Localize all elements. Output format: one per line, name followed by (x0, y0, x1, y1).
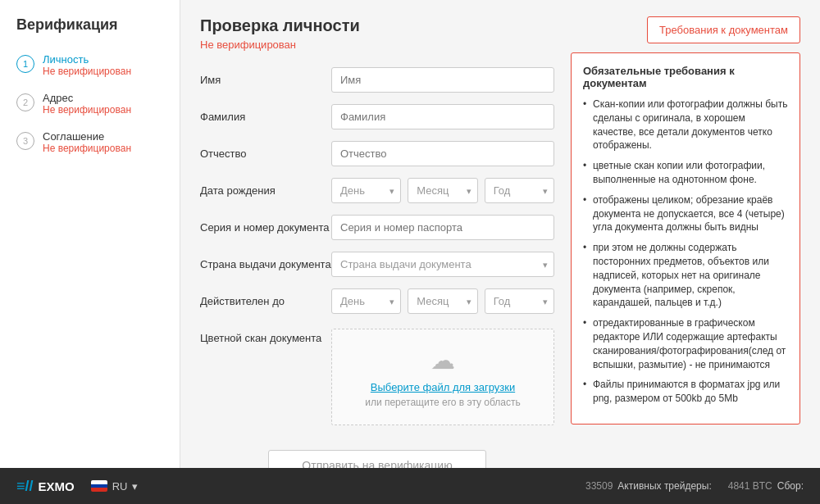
russia-flag-icon (91, 480, 107, 492)
sidebar-item-identity-status: Не верифицирован (43, 66, 131, 77)
req-item-1: цветные скан копии или фотографии, выпол… (583, 159, 788, 187)
valid-label: Действителен до (200, 288, 331, 307)
sidebar-item-agreement-status: Не верифицирован (43, 143, 131, 154)
sidebar-item-identity[interactable]: 1 Личность Не верифицирован (16, 53, 163, 77)
birthdate-row: Дата рождения День Месяц (200, 178, 554, 203)
lang-chevron-icon: ▾ (132, 480, 138, 493)
day-wrap: День (331, 178, 401, 203)
valid-row: Действителен до День Месяц (200, 288, 554, 314)
req-item-5: Файлы принимаются в форматах jpg или png… (583, 378, 788, 406)
exmo-logo-icon: ≡// (16, 478, 34, 495)
sidebar-item-address[interactable]: 2 Адрес Не верифицирован (16, 92, 163, 116)
page-status: Не верифицирован (200, 39, 554, 51)
country-control: Страна выдачи документа (331, 252, 554, 277)
requirements-toggle-button[interactable]: Требования к документам (647, 16, 800, 43)
sidebar-item-agreement[interactable]: 3 Соглашение Не верифицирован (16, 130, 163, 154)
req-item-0: Скан-копии или фотографии должны быть сд… (583, 98, 788, 152)
traders-value: 33509 (585, 480, 613, 492)
sidebar-item-identity-name: Личность (43, 53, 131, 66)
submit-row: Отправить на верификацию (200, 437, 554, 468)
sidebar-title: Верификация (16, 16, 163, 34)
step-1: 1 (16, 55, 34, 73)
patronymic-input[interactable] (331, 141, 554, 166)
upload-link[interactable]: Выберите файл для загрузки (348, 381, 537, 393)
requirements-box: Требования к документам Обязательные тре… (571, 16, 800, 468)
step-3: 3 (16, 132, 34, 150)
step-2: 2 (16, 93, 34, 111)
footer-logo: ≡// EXMO (16, 478, 75, 495)
birthdate-label: Дата рождения (200, 178, 331, 197)
patronymic-label: Отчество (200, 141, 331, 160)
requirements-panel: Обязательные требования к документам Ска… (571, 52, 800, 425)
docnumber-control (331, 215, 554, 240)
patronymic-control (331, 141, 554, 166)
footer-stat-traders: 33509 Активных трейдеры: (585, 480, 712, 492)
country-select[interactable]: Страна выдачи документа (331, 252, 554, 277)
year-select[interactable]: Год (485, 178, 554, 203)
upload-text: или перетащите его в эту область (348, 397, 537, 408)
month-wrap: Месяц (408, 178, 477, 203)
exmo-logo-text: EXMO (39, 479, 75, 493)
scan-control: ☁ Выберите файл для загрузки или перетащ… (331, 325, 554, 425)
upload-area[interactable]: ☁ Выберите файл для загрузки или перетащ… (331, 329, 554, 425)
upload-icon: ☁ (348, 346, 537, 375)
valid-day-select[interactable]: День (331, 288, 401, 314)
req-item-2: отображены целиком; обрезание краёв доку… (583, 193, 788, 234)
surname-label: Фамилия (200, 104, 331, 123)
scan-row: Цветной скан документа ☁ Выберите файл д… (200, 325, 554, 425)
surname-input[interactable] (331, 104, 554, 129)
btc-value: 4841 BTC (728, 480, 772, 492)
sidebar-item-address-status: Не верифицирован (43, 104, 131, 116)
requirements-title: Обязательные требования к документам (583, 65, 788, 89)
valid-month-select[interactable]: Месяц (408, 288, 477, 314)
valid-day-wrap: День (331, 288, 401, 314)
surname-row: Фамилия (200, 104, 554, 129)
patronymic-row: Отчество (200, 141, 554, 166)
footer-stats: 33509 Активных трейдеры: 4841 BTC Сбор: (585, 480, 804, 492)
sidebar-item-address-name: Адрес (43, 92, 131, 104)
content-area: Проверка личности Не верифицирован Имя Ф… (180, 0, 820, 468)
name-label: Имя (200, 67, 331, 86)
surname-control (331, 104, 554, 129)
scan-label: Цветной скан документа (200, 325, 331, 344)
country-label: Страна выдачи документа (200, 252, 331, 270)
footer-stat-btc: 4841 BTC Сбор: (728, 480, 804, 492)
requirements-list: Скан-копии или фотографии должны быть сд… (583, 98, 788, 406)
form-section: Проверка личности Не верифицирован Имя Ф… (200, 16, 554, 468)
valid-control: День Месяц Год (331, 288, 554, 314)
traders-label: Активных трейдеры: (617, 480, 711, 492)
req-item-4: отредактированные в графическом редактор… (583, 316, 788, 371)
valid-month-wrap: Месяц (408, 288, 477, 314)
valid-year-wrap: Год (485, 288, 554, 314)
docnumber-row: Серия и номер документа (200, 215, 554, 240)
page-title: Проверка личности (200, 16, 554, 35)
submit-button[interactable]: Отправить на верификацию (268, 450, 485, 468)
day-select[interactable]: День (331, 178, 401, 203)
year-wrap: Год (485, 178, 554, 203)
country-row: Страна выдачи документа Страна выдачи до… (200, 252, 554, 277)
docnumber-label: Серия и номер документа (200, 215, 331, 234)
name-control (331, 67, 554, 93)
req-item-3: при этом не должны содержать посторонних… (583, 241, 788, 310)
btc-label: Сбор: (777, 480, 804, 492)
language-label: RU (112, 480, 128, 493)
language-selector[interactable]: RU ▾ (91, 480, 139, 493)
valid-year-select[interactable]: Год (485, 288, 554, 314)
sidebar-item-agreement-name: Соглашение (43, 130, 131, 143)
sidebar: Верификация 1 Личность Не верифицирован … (0, 0, 180, 468)
name-row: Имя (200, 67, 554, 93)
birthdate-control: День Месяц Год (331, 178, 554, 203)
docnumber-input[interactable] (331, 215, 554, 240)
upload-link-text[interactable]: Выберите файл для загрузки (371, 381, 515, 393)
month-select[interactable]: Месяц (408, 178, 477, 203)
footer: ≡// EXMO RU ▾ 33509 Активных трейдеры: 4… (0, 468, 820, 504)
name-input[interactable] (331, 67, 554, 93)
